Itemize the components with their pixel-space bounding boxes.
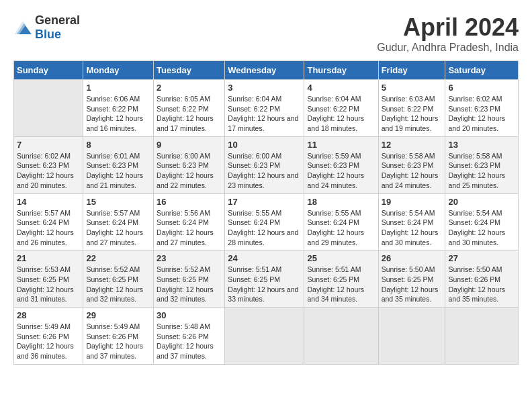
cell-w1-d3: 3 Sunrise: 6:04 AM Sunset: 6:22 PM Dayli… [225, 80, 304, 137]
sunrise-text: Sunrise: 5:49 AM [17, 322, 80, 332]
day-info: Sunrise: 6:03 AM Sunset: 6:22 PM Dayligh… [382, 94, 443, 134]
sunset-text: Sunset: 6:22 PM [228, 104, 301, 114]
day-number: 2 [157, 83, 222, 93]
cell-w2-d4: 11 Sunrise: 5:59 AM Sunset: 6:23 PM Dayl… [304, 136, 378, 193]
sunrise-text: Sunrise: 5:54 AM [448, 208, 515, 218]
day-info: Sunrise: 5:58 AM Sunset: 6:23 PM Dayligh… [382, 151, 443, 191]
col-saturday: Saturday [445, 61, 519, 80]
logo: General Blue [13, 13, 80, 42]
day-number: 4 [307, 83, 375, 93]
cell-w5-d6 [445, 308, 519, 365]
sunset-text: Sunset: 6:26 PM [17, 332, 80, 342]
cell-w1-d6: 6 Sunrise: 6:02 AM Sunset: 6:23 PM Dayli… [445, 80, 519, 137]
day-number: 26 [382, 253, 443, 263]
cell-w4-d1: 22 Sunrise: 5:52 AM Sunset: 6:25 PM Dayl… [83, 250, 154, 308]
cell-w3-d1: 15 Sunrise: 5:57 AM Sunset: 6:24 PM Dayl… [83, 193, 154, 250]
sunset-text: Sunset: 6:26 PM [157, 332, 222, 342]
cell-w4-d3: 24 Sunrise: 5:51 AM Sunset: 6:25 PM Dayl… [225, 250, 304, 308]
cell-w5-d1: 29 Sunrise: 5:49 AM Sunset: 6:26 PM Dayl… [83, 308, 154, 365]
daylight-text: Daylight: 12 hours and 18 minutes. [307, 113, 375, 133]
daylight-text: Daylight: 12 hours and 24 minutes. [382, 171, 443, 190]
sunrise-text: Sunrise: 5:51 AM [307, 265, 375, 275]
sunrise-text: Sunrise: 6:00 AM [157, 151, 222, 161]
day-info: Sunrise: 5:49 AM Sunset: 6:26 PM Dayligh… [17, 322, 80, 361]
day-info: Sunrise: 5:58 AM Sunset: 6:23 PM Dayligh… [448, 151, 515, 191]
day-info: Sunrise: 6:02 AM Sunset: 6:23 PM Dayligh… [17, 151, 80, 191]
day-number: 25 [307, 253, 375, 263]
daylight-text: Daylight: 12 hours and 30 minutes. [382, 228, 443, 247]
daylight-text: Daylight: 12 hours and 16 minutes. [86, 113, 150, 133]
sunrise-text: Sunrise: 5:50 AM [448, 265, 515, 275]
day-info: Sunrise: 5:57 AM Sunset: 6:24 PM Dayligh… [86, 208, 150, 248]
day-info: Sunrise: 6:06 AM Sunset: 6:22 PM Dayligh… [86, 94, 150, 134]
day-number: 9 [157, 140, 222, 150]
cell-w4-d0: 21 Sunrise: 5:53 AM Sunset: 6:25 PM Dayl… [14, 250, 83, 308]
sunrise-text: Sunrise: 5:52 AM [86, 265, 150, 275]
sunset-text: Sunset: 6:26 PM [448, 275, 515, 285]
cell-w5-d0: 28 Sunrise: 5:49 AM Sunset: 6:26 PM Dayl… [14, 308, 83, 365]
cell-w3-d4: 18 Sunrise: 5:55 AM Sunset: 6:24 PM Dayl… [304, 193, 378, 250]
week-row-2: 7 Sunrise: 6:02 AM Sunset: 6:23 PM Dayli… [14, 136, 519, 193]
cell-w5-d5 [378, 308, 445, 365]
sunset-text: Sunset: 6:26 PM [86, 332, 150, 342]
day-info: Sunrise: 5:48 AM Sunset: 6:26 PM Dayligh… [157, 322, 222, 361]
day-info: Sunrise: 5:50 AM Sunset: 6:26 PM Dayligh… [448, 265, 515, 304]
sunset-text: Sunset: 6:25 PM [157, 275, 222, 285]
sunrise-text: Sunrise: 6:04 AM [228, 94, 301, 104]
sunrise-text: Sunrise: 6:05 AM [157, 94, 222, 104]
daylight-text: Daylight: 12 hours and 30 minutes. [448, 228, 515, 247]
day-info: Sunrise: 5:53 AM Sunset: 6:25 PM Dayligh… [17, 265, 80, 304]
cell-w1-d4: 4 Sunrise: 6:04 AM Sunset: 6:22 PM Dayli… [304, 80, 378, 137]
sunrise-text: Sunrise: 5:48 AM [157, 322, 222, 332]
day-info: Sunrise: 5:55 AM Sunset: 6:24 PM Dayligh… [228, 208, 301, 248]
page-header: General Blue April 2024 Gudur, Andhra Pr… [13, 13, 519, 54]
sunrise-text: Sunrise: 5:59 AM [307, 151, 375, 161]
sunset-text: Sunset: 6:25 PM [307, 275, 375, 285]
sunset-text: Sunset: 6:25 PM [228, 275, 301, 285]
daylight-text: Daylight: 12 hours and 36 minutes. [17, 341, 80, 361]
day-number: 3 [228, 83, 301, 93]
sunrise-text: Sunrise: 5:56 AM [157, 208, 222, 218]
sunrise-text: Sunrise: 6:01 AM [86, 151, 150, 161]
sunset-text: Sunset: 6:25 PM [382, 275, 443, 285]
sunrise-text: Sunrise: 5:53 AM [17, 265, 80, 275]
day-info: Sunrise: 5:52 AM Sunset: 6:25 PM Dayligh… [86, 265, 150, 304]
daylight-text: Daylight: 12 hours and 35 minutes. [448, 285, 515, 304]
daylight-text: Daylight: 12 hours and 34 minutes. [307, 285, 375, 304]
daylight-text: Daylight: 12 hours and 17 minutes. [157, 113, 222, 133]
daylight-text: Daylight: 12 hours and 32 minutes. [157, 285, 222, 304]
col-wednesday: Wednesday [225, 61, 304, 80]
day-number: 22 [86, 253, 150, 263]
cell-w1-d1: 1 Sunrise: 6:06 AM Sunset: 6:22 PM Dayli… [83, 80, 154, 137]
logo-blue: Blue [35, 28, 61, 41]
sunrise-text: Sunrise: 6:03 AM [382, 94, 443, 104]
day-info: Sunrise: 6:02 AM Sunset: 6:23 PM Dayligh… [448, 94, 515, 134]
col-monday: Monday [83, 61, 154, 80]
day-number: 29 [86, 310, 150, 320]
day-info: Sunrise: 5:54 AM Sunset: 6:24 PM Dayligh… [382, 208, 443, 248]
day-number: 8 [86, 140, 150, 150]
day-info: Sunrise: 5:54 AM Sunset: 6:24 PM Dayligh… [448, 208, 515, 248]
week-row-1: 1 Sunrise: 6:06 AM Sunset: 6:22 PM Dayli… [14, 80, 519, 137]
sunset-text: Sunset: 6:24 PM [157, 218, 222, 228]
sunset-text: Sunset: 6:25 PM [17, 275, 80, 285]
day-number: 20 [448, 197, 515, 207]
cell-w5-d4 [304, 308, 378, 365]
day-number: 14 [17, 197, 80, 207]
sunrise-text: Sunrise: 5:57 AM [86, 208, 150, 218]
col-sunday: Sunday [14, 61, 83, 80]
sunrise-text: Sunrise: 6:02 AM [17, 151, 80, 161]
day-info: Sunrise: 5:51 AM Sunset: 6:25 PM Dayligh… [228, 265, 301, 304]
cell-w3-d0: 14 Sunrise: 5:57 AM Sunset: 6:24 PM Dayl… [14, 193, 83, 250]
cell-w1-d2: 2 Sunrise: 6:05 AM Sunset: 6:22 PM Dayli… [154, 80, 225, 137]
calendar-table: Sunday Monday Tuesday Wednesday Thursday… [13, 60, 519, 365]
day-number: 1 [86, 83, 150, 93]
day-info: Sunrise: 6:00 AM Sunset: 6:23 PM Dayligh… [228, 151, 301, 191]
sunset-text: Sunset: 6:23 PM [382, 161, 443, 171]
sunset-text: Sunset: 6:24 PM [228, 218, 301, 228]
sunset-text: Sunset: 6:24 PM [86, 218, 150, 228]
cell-w5-d2: 30 Sunrise: 5:48 AM Sunset: 6:26 PM Dayl… [154, 308, 225, 365]
calendar-header-row: Sunday Monday Tuesday Wednesday Thursday… [14, 61, 519, 80]
sunset-text: Sunset: 6:23 PM [17, 161, 80, 171]
daylight-text: Daylight: 12 hours and 19 minutes. [382, 113, 443, 133]
